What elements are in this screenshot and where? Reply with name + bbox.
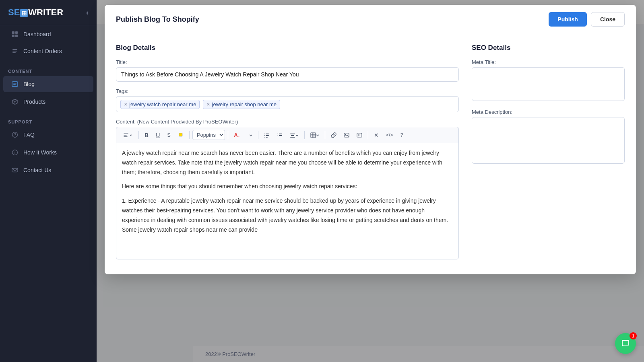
svg-point-18	[264, 135, 265, 136]
svg-rect-34	[344, 133, 349, 137]
blog-icon	[11, 80, 19, 88]
editor-content[interactable]: A jewelry watch repair near me search ha…	[116, 143, 459, 259]
code-button[interactable]: </>	[383, 131, 396, 140]
meta-desc-group: Meta Description:	[472, 109, 625, 165]
close-button[interactable]: Close	[591, 12, 625, 27]
svg-rect-29	[311, 133, 316, 138]
publish-button[interactable]: Publish	[549, 12, 587, 27]
main-content: + Request Content Publish Blog To Shopif…	[97, 0, 644, 362]
meta-description-label: Meta Description:	[472, 109, 625, 115]
svg-rect-15	[179, 133, 182, 136]
sidebar: SE⊞WRITER ‹ Dashboard Content Orders CON…	[0, 0, 97, 362]
content-paragraph-1: A jewelry watch repair near me search ha…	[122, 148, 453, 177]
sidebar-item-label: Blog	[23, 81, 35, 87]
tag-text: jewelry watch repair near me	[129, 101, 196, 107]
svg-rect-19	[266, 135, 269, 136]
content-section-label: CONTENT	[0, 63, 97, 75]
title-label: Title:	[116, 59, 459, 65]
toolbar-divider	[304, 131, 305, 139]
toolbar-divider	[189, 131, 190, 139]
delete-button[interactable]: ✕	[371, 130, 382, 140]
unordered-list-button[interactable]	[261, 131, 272, 140]
svg-rect-17	[266, 134, 269, 134]
content-paragraph-3: 1. Experience - A reputable jewelry watc…	[122, 196, 453, 234]
modal-body: Blog Details Title: Tags: × jewelry watc…	[105, 34, 636, 274]
font-color-button[interactable]: A	[231, 130, 245, 140]
modal-header-buttons: Publish Close	[549, 12, 625, 27]
sidebar-item-label: Contact Us	[23, 167, 51, 173]
sidebar-collapse-icon[interactable]: ‹	[86, 8, 89, 17]
sidebar-item-label: FAQ	[23, 132, 35, 138]
tags-container: × jewelry watch repair near me × jewelry…	[116, 96, 459, 112]
support-section-label: SUPPORT	[0, 114, 97, 126]
seo-details-title: SEO Details	[472, 44, 625, 52]
image-button[interactable]	[341, 131, 352, 140]
svg-rect-0	[12, 31, 14, 34]
svg-point-20	[264, 137, 265, 138]
seo-details-panel: SEO Details Meta Title: Meta Description…	[472, 44, 625, 265]
svg-rect-23	[279, 134, 282, 134]
bold-button[interactable]: B	[142, 130, 151, 140]
sidebar-item-label: Content Orders	[23, 48, 62, 54]
help-button[interactable]: ?	[397, 130, 406, 140]
table-button[interactable]	[308, 131, 322, 140]
underline-button[interactable]: U	[153, 130, 163, 140]
sidebar-item-blog[interactable]: Blog	[3, 76, 93, 92]
font-color-dropdown[interactable]	[246, 132, 255, 138]
toolbar-style-btn[interactable]	[120, 131, 136, 140]
svg-rect-1	[15, 31, 18, 34]
ordered-list-button[interactable]: 1.2.	[274, 131, 285, 140]
svg-rect-8	[13, 83, 17, 84]
tags-label: Tags:	[116, 88, 459, 94]
tag-remove-1[interactable]: ×	[124, 101, 127, 107]
sidebar-item-label: Dashboard	[23, 31, 51, 37]
tag-text: jewelry repair shop near me	[212, 101, 277, 107]
link-button[interactable]	[328, 131, 339, 140]
content-field-group: Content: (New Content Prodvided By ProSE…	[116, 119, 459, 265]
blog-details-panel: Blog Details Title: Tags: × jewelry watc…	[116, 44, 459, 265]
publish-modal: Publish Blog To Shopify Publish Close Bl…	[105, 5, 636, 274]
sidebar-item-label: How It Works	[23, 149, 57, 156]
svg-text:?: ?	[14, 133, 17, 137]
svg-rect-4	[12, 49, 17, 50]
sidebar-item-dashboard[interactable]: Dashboard	[3, 26, 93, 42]
content-label: Content: (New Content Prodvided By ProSE…	[116, 119, 459, 125]
chat-bubble[interactable]: 1	[615, 333, 636, 354]
logo-bracket: ⊞	[20, 9, 28, 17]
font-select[interactable]: Poppins	[192, 130, 225, 140]
sidebar-item-contact-us[interactable]: Contact Us	[3, 162, 93, 178]
tag-item: × jewelry repair shop near me	[203, 100, 280, 109]
logo-text: SE⊞WRITER	[8, 7, 63, 18]
blog-details-title: Blog Details	[116, 44, 459, 52]
info-icon: i	[11, 149, 19, 156]
tags-field-group: Tags: × jewelry watch repair near me × j…	[116, 88, 459, 112]
meta-title-input[interactable]	[472, 67, 625, 101]
sidebar-item-products[interactable]: Products	[3, 94, 93, 110]
align-button[interactable]	[287, 131, 301, 140]
modal-header: Publish Blog To Shopify Publish Close	[105, 5, 636, 34]
meta-description-input[interactable]	[472, 117, 625, 164]
sidebar-nav-main: Dashboard Content Orders	[0, 25, 97, 60]
sidebar-item-how-it-works[interactable]: i How It Works	[3, 144, 93, 160]
toolbar-divider	[138, 131, 139, 139]
highlight-button[interactable]	[175, 131, 186, 140]
title-input[interactable]	[116, 67, 459, 82]
svg-rect-5	[12, 51, 17, 51]
help-icon: ?	[11, 131, 19, 138]
svg-rect-3	[15, 35, 18, 37]
chat-badge: 1	[630, 332, 637, 339]
mail-icon	[11, 167, 19, 174]
sidebar-item-content-orders[interactable]: Content Orders	[3, 43, 93, 59]
embed-button[interactable]	[354, 131, 365, 140]
sidebar-item-faq[interactable]: ? FAQ	[3, 127, 93, 143]
svg-rect-2	[12, 35, 14, 37]
chat-icon	[621, 339, 630, 348]
modal-title: Publish Blog To Shopify	[116, 15, 199, 24]
svg-rect-21	[266, 137, 268, 138]
logo-se: SE	[8, 7, 20, 17]
tag-remove-2[interactable]: ×	[206, 101, 210, 107]
box-icon	[11, 98, 19, 105]
sidebar-logo: SE⊞WRITER ‹	[0, 0, 97, 25]
toolbar-divider	[228, 131, 228, 139]
strikethrough-button[interactable]: S	[164, 130, 173, 140]
